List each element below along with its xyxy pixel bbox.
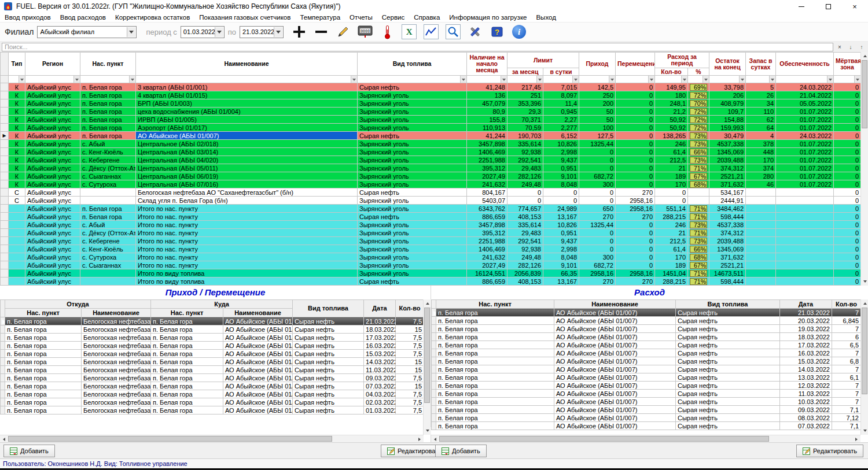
cell[interactable]: 2027,49 [467,172,507,180]
cell[interactable]: 2521,21 [709,261,746,269]
cell[interactable]: АО Абыйское (АБЫ 01/007) [554,333,676,341]
cell[interactable]: Абыйский улус [25,180,80,188]
cell[interactable]: 246 [655,140,688,148]
cell[interactable]: 189 [655,261,688,269]
cell[interactable]: 21 [655,164,688,172]
cell[interactable]: 0 [616,253,655,261]
column-header-limit-day[interactable]: в сутки [543,68,579,76]
cell[interactable]: АО Абыйское (АБЫ 01/007) [223,334,293,342]
add-button[interactable] [292,24,307,39]
cell[interactable]: 08.03.2022 [780,414,832,422]
cell[interactable]: п. Белая гора [80,213,136,221]
cell[interactable]: 62 [746,116,776,124]
cell[interactable]: 7,5 [396,390,424,398]
cell[interactable]: 282,126 [507,261,543,269]
cell[interactable]: 0 [543,197,579,205]
cell[interactable]: Склад угля п. Белая Гора (б/н) [136,197,358,205]
cell[interactable]: 0 [579,156,616,164]
cell[interactable]: Сырая нефть [676,398,780,406]
cell[interactable]: 2039,488 [709,237,746,245]
cell[interactable]: 14.03.2022 [364,358,396,366]
column-header-fuel-type[interactable]: Вид топлива [358,53,467,76]
cell[interactable]: 19.03.2022 [780,325,832,333]
temperature-button[interactable] [380,24,395,39]
cell[interactable]: 292,541 [507,156,543,164]
cell[interactable]: К [9,172,25,180]
cell[interactable]: 67% [688,172,709,180]
cell[interactable]: Итого по виду топлива [136,269,358,277]
rashod-vertical-scrollbar[interactable] [860,299,868,435]
main-table-row[interactable]: КАбыйский улусп. Белая гора3 квартал (АБ… [1,83,861,91]
cell[interactable]: 41,248 [467,83,507,91]
cell[interactable]: АО Абыйское (АБЫ 01/007) [554,422,676,430]
cell[interactable]: Зырянский уголь [358,116,467,124]
cell[interactable]: 682,72 [579,261,616,269]
cell[interactable]: 0 [834,116,860,124]
cell[interactable]: 0 [834,83,860,91]
info-button[interactable]: i [512,24,527,39]
main-vertical-scrollbar[interactable] [860,52,868,286]
cell[interactable]: 282,126 [507,172,543,180]
cell[interactable]: Центральная (АБЫ 04/020) [136,156,358,164]
minimize-button[interactable] [788,0,815,13]
cell[interactable] [776,277,834,286]
cell[interactable] [746,261,776,269]
table-row[interactable]: п. Белая гораАО Абыйское (АБЫ 01/007)Сыр… [432,414,861,422]
cell[interactable]: Центральная (АБЫ 06/019) [136,172,358,180]
cell[interactable]: К [9,140,25,148]
cell[interactable]: 110 [746,108,776,116]
cell[interactable]: Белогоская нефтебаза АО "Са [82,342,151,350]
menu-item[interactable]: Показания газовых счетчиков [194,13,295,21]
table-row[interactable]: ▶п. Белая гораБелогоская нефтебаза АО "С… [1,317,424,325]
cell[interactable]: Сырая нефть [676,341,780,349]
cell[interactable]: 10.03.2022 [780,398,832,406]
cell[interactable]: 138,265 [655,132,688,140]
main-table-row[interactable]: КАбыйский улусс. Кенг-КюёльЦентральная (… [1,148,861,156]
cell[interactable]: АО Абыйское (АБЫ 01/007) [554,341,676,349]
column-filter[interactable] [80,76,136,83]
main-table-row[interactable]: КАбыйский улусп. Белая гораИРВП (АБЫ 01/… [1,116,861,124]
cell[interactable]: Белогоская нефтебаза АО "Са [82,325,151,334]
cell[interactable]: п. Белая гора [436,309,554,317]
cell[interactable]: 0 [579,237,616,245]
column-filter[interactable] [358,76,467,83]
cell[interactable] [80,188,136,197]
cell[interactable]: 170 [655,253,688,261]
cell[interactable]: 0 [579,197,616,205]
cell[interactable]: п. Белая гора [151,374,223,382]
cell[interactable]: 13.03.2022 [780,373,832,382]
table-row[interactable]: п. Белая гораБелогоская нефтебаза АО "Са… [1,382,424,390]
cell[interactable]: 0 [834,229,860,237]
cell[interactable]: 0 [834,197,860,205]
cell[interactable]: 2027,49 [467,261,507,269]
cell[interactable]: 15 [396,325,424,334]
cell[interactable]: 17.03.2022 [780,341,832,349]
cell[interactable]: 0 [834,91,860,99]
cell[interactable] [9,221,25,229]
table-row[interactable]: п. Белая гораАО Абыйское (АБЫ 01/007)Сыр… [432,398,861,406]
cell[interactable]: 180 [655,91,688,99]
cell[interactable]: Итого по нас. пункту [136,245,358,253]
cell[interactable]: 0 [616,91,655,99]
cell[interactable]: 71% [688,229,709,237]
cell[interactable]: п. Белая гора [5,334,82,342]
cell[interactable]: 7,5 [396,317,424,325]
cell[interactable] [9,269,25,277]
cell[interactable]: 0 [616,172,655,180]
cell[interactable]: 24,989 [543,205,579,213]
cell[interactable]: 72% [688,124,709,132]
menu-item[interactable]: Ввод расходов [56,13,111,21]
cell[interactable]: АО Абыйское (АБЫ 01/007) [223,382,293,390]
cell[interactable]: 34 [746,99,776,108]
cell[interactable]: 7 [832,365,861,373]
scrollbar-thumb[interactable] [8,436,332,442]
cell[interactable]: 24.03.2022 [776,132,834,140]
cell[interactable]: 249,48 [507,253,543,261]
main-table-row[interactable]: Абыйский улусИтого по виду топливаЗырянс… [1,269,861,277]
main-table-row[interactable]: САбыйский улусБелогоская нефтебаза АО "С… [1,188,861,197]
cell[interactable]: с. Сыаганнах [80,172,136,180]
cell[interactable]: Абыйский улус [25,83,80,91]
cell[interactable]: Сырая нефть [293,358,364,366]
cell[interactable]: Абыйский улус [25,108,80,116]
cell[interactable]: п. Белая гора [80,132,136,140]
